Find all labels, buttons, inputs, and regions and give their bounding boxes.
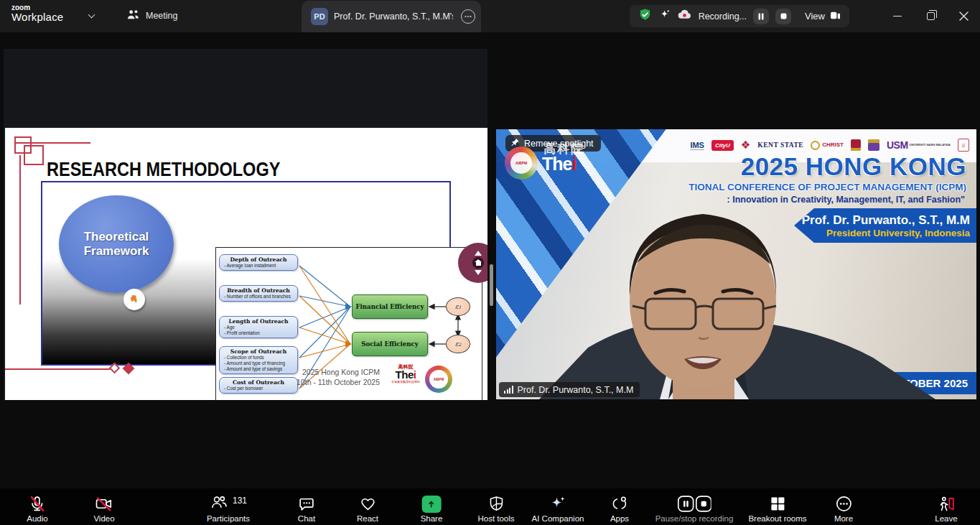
video-button[interactable]: Video	[93, 494, 114, 523]
framework-label-line2: Framework	[84, 244, 149, 259]
nav-up-icon[interactable]	[475, 251, 482, 256]
tab-options-icon[interactable]	[461, 9, 475, 24]
chevron-down-icon[interactable]	[88, 11, 95, 19]
apps-button[interactable]: Apps	[610, 494, 629, 523]
view-label: View	[805, 11, 825, 22]
slide-decor-line	[5, 368, 113, 370]
security-shield-icon[interactable]	[638, 8, 652, 24]
camera-off-icon	[95, 494, 114, 514]
outcome-financial-efficiency: Financial Efficiency	[352, 294, 428, 319]
more-ellipsis-icon	[834, 494, 852, 514]
share-screen-icon	[422, 496, 442, 513]
nav-home-icon[interactable]	[472, 257, 484, 269]
thei-corner-logo: Thei	[542, 154, 576, 175]
thei-logo: 高科院 Thei 香港高等教育科技學院	[388, 364, 423, 384]
close-button[interactable]	[947, 0, 980, 32]
recording-label: Recording...	[699, 11, 747, 22]
construct-box-scope: Scope of Outreach - Collection of funds …	[219, 346, 298, 374]
speaker-video-tile: IMS CityU ❖ KENT STATE CHRIST USM UNIVER…	[496, 129, 976, 399]
outcome-social-efficiency: Social Efficiency	[352, 332, 428, 356]
construct-box-cost: Cost of Outreach - Cost per borrower	[219, 377, 298, 394]
more-button[interactable]: More	[834, 494, 853, 523]
breakout-grid-icon	[769, 494, 786, 514]
footer-conference: 2025 Hong Kong ICPM	[297, 367, 380, 377]
ai-companion-button[interactable]: AI Companion	[532, 494, 584, 523]
framework-label-line1: Theoretical	[84, 230, 149, 244]
recording-cluster: Recording... View	[630, 5, 849, 27]
meeting-toolbar: Audio Video 131 Participants Chat	[0, 488, 980, 525]
apps-icon	[610, 494, 629, 514]
footer-dates: 10th - 11th October 2025	[297, 377, 380, 387]
heart-icon	[358, 494, 376, 514]
people-icon	[126, 9, 140, 23]
mic-muted-icon	[28, 494, 46, 514]
participant-name: Prof. Dr. Purwanto, S.T., M.M	[518, 385, 634, 395]
pause-stop-icons	[677, 494, 711, 514]
puzzle-icon	[123, 289, 145, 310]
error-term-2: ε2	[446, 335, 470, 353]
audio-button[interactable]: Audio	[27, 494, 47, 523]
tab-meeting-label: Meeting	[146, 11, 177, 21]
presentation-slide: RESEARCH METHODOLOGY Theoretical Framewo…	[5, 128, 487, 400]
leave-button[interactable]: Leave	[935, 494, 957, 523]
share-button[interactable]: Share	[421, 494, 443, 523]
construct-box-length: Length of Outreach - Age - Profit orient…	[219, 316, 298, 338]
scrollbar-thumb[interactable]	[490, 264, 493, 306]
slide-decor-line	[14, 142, 90, 144]
slide-footer: 2025 Hong Kong ICPM 10th - 11th October …	[297, 367, 380, 387]
brand-workplace: Workplace	[11, 11, 63, 24]
shield-icon	[487, 494, 505, 514]
participants-icon	[210, 493, 228, 514]
theoretical-framework-ellipse: Theoretical Framework	[59, 195, 174, 293]
maximize-button[interactable]	[914, 0, 947, 32]
sparkle-icon[interactable]	[658, 9, 671, 24]
participant-name-tag: Prof. Dr. Purwanto, S.T., M.M	[499, 382, 640, 397]
ai-sparkle-icon	[549, 494, 567, 514]
framework-panel: Theoretical Framework	[41, 181, 451, 366]
title-bar: zoom Workplace Meeting PD Prof. Dr. Purw…	[0, 0, 980, 32]
host-tools-button[interactable]: Host tools	[477, 494, 514, 523]
participants-button[interactable]: 131 Participants	[207, 494, 250, 523]
participants-count-badge: 131	[233, 496, 247, 506]
tab-title: Prof. Dr. Purwanto, S.T., M.M's scr	[334, 1, 453, 32]
chat-button[interactable]: Chat	[298, 494, 316, 523]
aibpm-corner-logo: AIBPM	[505, 147, 538, 180]
react-button[interactable]: React	[357, 494, 378, 523]
tab-meeting[interactable]: Meeting	[126, 0, 177, 32]
view-layout-icon	[830, 11, 841, 22]
slide-title: RESEARCH METHODOLOGY	[47, 158, 280, 181]
pause-recording-button[interactable]	[753, 9, 769, 24]
aibpm-logo: AIBPM	[425, 366, 452, 393]
view-button[interactable]: View	[805, 11, 841, 22]
leave-door-icon	[937, 494, 956, 514]
slide-decor-square	[24, 145, 44, 165]
restore-icon	[927, 12, 935, 20]
stop-recording-button[interactable]	[775, 9, 791, 24]
slide-decor-line	[19, 155, 21, 305]
pause-stop-recording-button[interactable]: Pause/stop recording	[655, 494, 734, 523]
breakout-rooms-button[interactable]: Breakout rooms	[748, 494, 806, 523]
construct-box-depth: Depth of Outreach - Average loan install…	[219, 254, 298, 271]
chat-icon	[298, 494, 316, 514]
zoom-workplace-logo: zoom Workplace	[11, 4, 63, 24]
close-icon	[959, 11, 969, 21]
recording-cloud-icon	[677, 9, 692, 23]
avatar: PD	[311, 8, 328, 25]
zoom-meeting-window: zoom Workplace Meeting PD Prof. Dr. Purw…	[0, 0, 980, 525]
nav-down-icon[interactable]	[475, 270, 482, 275]
minimize-icon	[893, 16, 902, 17]
minimize-button[interactable]	[881, 0, 914, 32]
audio-signal-icon	[504, 386, 513, 394]
construct-box-breadth: Breadth of Outreach - Number of offices …	[219, 285, 298, 302]
error-term-1: ε1	[446, 297, 470, 316]
tab-shared-screen[interactable]: PD Prof. Dr. Purwanto, S.T., M.M's scr	[302, 1, 481, 32]
